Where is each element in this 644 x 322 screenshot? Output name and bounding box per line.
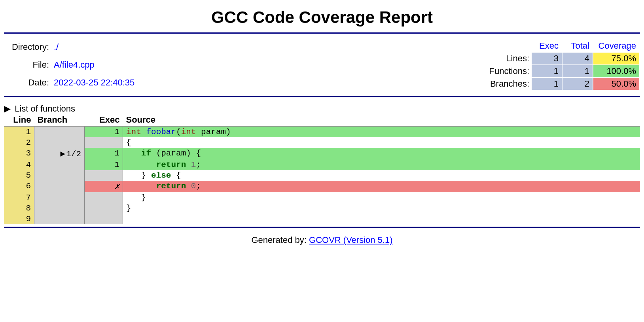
function-name: foobar — [146, 127, 176, 136]
date-value: 2022-03-25 22:40:35 — [54, 78, 134, 88]
lines-label: Lines: — [489, 53, 531, 64]
col-coverage: Coverage — [593, 40, 639, 52]
line-number: 1 — [4, 126, 34, 137]
exec-cell — [85, 192, 123, 203]
functions-label: Functions: — [489, 65, 531, 77]
exec-cell — [85, 170, 123, 181]
functions-coverage: 100.0% — [593, 65, 639, 77]
functions-exec: 1 — [532, 65, 562, 77]
line-number: 8 — [4, 203, 34, 214]
line-number: 9 — [4, 214, 34, 224]
branch-cell — [34, 159, 85, 170]
exec-cell: 1 — [85, 159, 123, 170]
source-row: 6 ✗ return 0; — [4, 181, 640, 192]
triangle-right-icon: ▶ — [61, 149, 66, 159]
source-cell: return 1; — [123, 159, 640, 170]
col-total: Total — [563, 40, 593, 52]
source-cell: } — [123, 192, 640, 203]
branch-cell — [34, 192, 85, 203]
type-keyword: int — [181, 127, 196, 136]
source-row: 3 ▶1/2 1 if (param) { — [4, 148, 640, 159]
number-literal: 0 — [186, 182, 196, 191]
divider — [4, 96, 640, 97]
branch-cell — [34, 170, 85, 181]
line-number: 4 — [4, 159, 34, 170]
source-row: 7 } — [4, 192, 640, 203]
line-number: 5 — [4, 170, 34, 181]
exec-cell: 1 — [85, 148, 123, 159]
exec-cell — [85, 203, 123, 214]
footer: Generated by: GCOVR (Version 5.1) — [4, 230, 640, 253]
source-cell: int foobar(int param) — [123, 126, 640, 137]
source-cell: return 0; — [123, 181, 640, 192]
source-row: 8 } — [4, 203, 640, 214]
source-row: 4 1 return 1; — [4, 159, 640, 170]
keyword: return — [156, 182, 186, 191]
branch-cell — [34, 126, 85, 137]
type-keyword: int — [126, 127, 141, 136]
lines-exec: 3 — [532, 53, 562, 64]
branch-cell[interactable]: ▶1/2 — [34, 148, 85, 159]
gcovr-link[interactable]: GCOVR (Version 5.1) — [309, 235, 393, 245]
branch-cell — [34, 181, 85, 192]
exec-cell: ✗ — [85, 181, 123, 192]
branch-cell — [34, 137, 85, 148]
line-number: 2 — [4, 137, 34, 148]
keyword: if — [141, 149, 151, 158]
source-cell — [123, 214, 640, 224]
keyword: return — [156, 160, 186, 169]
source-table: Line Branch Exec Source 1 1 int foobar(i… — [4, 115, 640, 224]
directory-label: Directory: — [4, 42, 51, 52]
triangle-right-icon: ▶ — [4, 104, 11, 114]
source-cell: if (param) { — [123, 148, 640, 159]
branch-cell — [34, 203, 85, 214]
line-number: 6 — [4, 181, 34, 192]
lines-coverage: 75.0% — [593, 53, 639, 64]
coverage-stats: Exec Total Coverage Lines: 3 4 75.0% Fun… — [488, 39, 640, 91]
footer-prefix: Generated by: — [251, 235, 309, 245]
divider — [4, 227, 640, 228]
line-number: 7 — [4, 192, 34, 203]
functions-total: 1 — [563, 65, 593, 77]
th-line: Line — [4, 115, 34, 126]
function-list-toggle[interactable]: ▶ List of functions — [4, 104, 75, 114]
source-row: 2 { — [4, 137, 640, 148]
exec-cell: 1 — [85, 126, 123, 137]
summary-block: Directory: ./ File: A/file4.cpp Date: 20… — [4, 36, 640, 94]
date-label: Date: — [4, 78, 51, 88]
exec-cell — [85, 214, 123, 224]
page-title: GCC Code Coverage Report — [4, 8, 640, 27]
source-cell: } else { — [123, 170, 640, 181]
header-info: Directory: ./ File: A/file4.cpp Date: 20… — [4, 39, 134, 91]
line-number: 3 — [4, 148, 34, 159]
lines-total: 4 — [563, 53, 593, 64]
th-exec: Exec — [85, 115, 123, 126]
branches-label: Branches: — [489, 78, 531, 90]
branches-coverage: 50.0% — [593, 78, 639, 90]
keyword: else — [151, 171, 171, 180]
directory-value: ./ — [54, 42, 134, 52]
branch-cell — [34, 214, 85, 224]
file-label: File: — [4, 60, 51, 70]
source-cell: { — [123, 137, 640, 148]
source-row: 9 — [4, 214, 640, 224]
col-exec: Exec — [532, 40, 562, 52]
file-value: A/file4.cpp — [54, 60, 134, 70]
th-branch: Branch — [34, 115, 85, 126]
number-literal: 1 — [186, 160, 196, 169]
function-list-label: List of functions — [15, 104, 75, 114]
source-row: 1 1 int foobar(int param) — [4, 126, 640, 137]
branches-total: 2 — [563, 78, 593, 90]
branches-exec: 1 — [532, 78, 562, 90]
exec-cell — [85, 137, 123, 148]
source-row: 5 } else { — [4, 170, 640, 181]
divider — [4, 32, 640, 34]
th-source: Source — [123, 115, 640, 126]
source-cell: } — [123, 203, 640, 214]
